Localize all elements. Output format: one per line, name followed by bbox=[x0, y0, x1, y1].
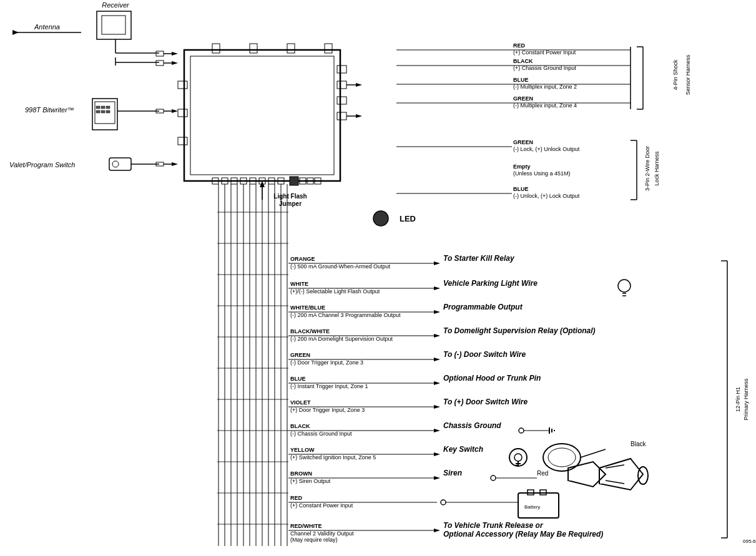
battery-label: Battery bbox=[524, 504, 540, 510]
lock-empty-color: Empty bbox=[513, 163, 531, 170]
light-flash-jumper-label2: Jumper bbox=[279, 200, 302, 207]
rw-wire-target: To Vehicle Trunk Release or bbox=[443, 521, 544, 530]
yellow-wire-target: Key Switch bbox=[443, 445, 483, 454]
shock-blue-color: BLUE bbox=[513, 77, 529, 83]
white-wire-desc: (+)/(-) Selectable Light Flash Output bbox=[290, 288, 380, 295]
blue-trigger-wire-desc: (-) Instant Trigger Input, Zone 1 bbox=[290, 383, 368, 389]
orange-wire-desc: (-) 500 mA Ground-When-Armed Output bbox=[290, 263, 391, 270]
red-power-wire-color: RED bbox=[290, 495, 303, 501]
svg-rect-21 bbox=[101, 110, 105, 113]
svg-rect-18 bbox=[101, 106, 105, 109]
svg-rect-19 bbox=[106, 106, 110, 109]
shock-harness-label: 4-Pin Shock bbox=[672, 59, 679, 90]
white-blue-wire-desc: (-) 200 mA Channel 3 Programmable Output bbox=[290, 312, 401, 318]
black-label: Black bbox=[631, 441, 646, 447]
green-door-wire-target: To (-) Door Switch Wire bbox=[443, 350, 526, 359]
rw-wire-color: RED/WHITE bbox=[290, 523, 322, 529]
rw-wire-desc: Channel 2 Validity Output bbox=[290, 530, 354, 537]
yellow-wire-desc: (+) Switched Ignition Input, Zone 5 bbox=[290, 454, 376, 461]
violet-wire-desc: (+) Door Trigger Input, Zone 3 bbox=[290, 407, 365, 413]
green-door-wire-color: GREEN bbox=[290, 352, 310, 358]
bw-wire-desc: (-) 200 mA Domelight Supervision Output bbox=[290, 336, 393, 342]
orange-wire-target: To Starter Kill Relay bbox=[443, 254, 515, 263]
svg-point-81 bbox=[373, 211, 388, 226]
shock-red-color: RED bbox=[513, 42, 526, 49]
led-label: LED bbox=[400, 214, 416, 223]
white-blue-wire-target: Programmable Output bbox=[443, 303, 523, 311]
shock-green-color: GREEN bbox=[513, 95, 533, 102]
rw-wire-target2: Optional Accessory (Relay May Be Require… bbox=[443, 530, 603, 539]
orange-wire-color: ORANGE bbox=[290, 256, 315, 262]
brown-wire-target: Siren bbox=[443, 469, 462, 477]
shock-black-color: BLACK bbox=[513, 58, 533, 64]
light-flash-jumper-label: Light Flash bbox=[273, 193, 307, 200]
bitwriter-label: 998T Bitwriter™ bbox=[25, 106, 74, 114]
white-blue-wire-color: WHITE/BLUE bbox=[290, 305, 325, 311]
part-number: 095-602 bbox=[743, 539, 756, 544]
lock-empty-desc: (Unless Using a 451M) bbox=[513, 170, 571, 177]
wiring-diagram: Receiver Antenna 998T Bitwriter bbox=[0, 0, 756, 556]
black-ground-wire-desc: (-) Chassis Ground Input bbox=[290, 431, 352, 437]
primary-harness-label2: Primary Harness bbox=[743, 378, 749, 421]
primary-harness-label: 12-Pin H1 bbox=[735, 387, 741, 412]
svg-rect-17 bbox=[96, 106, 100, 109]
white-wire-target: Vehicle Parking Light Wire bbox=[443, 279, 538, 288]
svg-rect-20 bbox=[96, 110, 100, 113]
door-lock-harness-label: 3-Pin 2-Wire Door bbox=[644, 146, 650, 191]
yellow-wire-color: YELLOW bbox=[290, 447, 315, 453]
shock-harness-label2: Sensor Harness bbox=[685, 54, 691, 95]
rw-wire-desc2: (May require relay) bbox=[290, 537, 338, 543]
black-ground-wire-target: Chassis Ground bbox=[443, 421, 501, 430]
brown-wire-desc: (+) Siren Output bbox=[290, 478, 331, 484]
svg-rect-54 bbox=[290, 177, 298, 185]
red-wire-inline: Red bbox=[537, 470, 548, 477]
valet-switch-label: Valet/Program Switch bbox=[9, 161, 75, 168]
green-door-wire-desc: (-) Door Trigger Input, Zone 3 bbox=[290, 359, 363, 366]
receiver-label: Receiver bbox=[102, 1, 130, 9]
antenna-label: Antenna bbox=[34, 23, 60, 31]
red-power-wire-desc: (+) Constant Power Input bbox=[290, 502, 353, 509]
lock-blue-color: BLUE bbox=[513, 186, 529, 192]
bw-wire-color: BLACK/WHITE bbox=[290, 328, 330, 334]
bw-wire-target: To Domelight Supervision Relay (Optional… bbox=[443, 326, 596, 335]
lock-green-desc: (-) Lock, (+) Unlock Output bbox=[513, 146, 580, 152]
blue-trigger-wire-target: Optional Hood or Trunk Pin bbox=[443, 374, 541, 383]
blue-trigger-wire-color: BLUE bbox=[290, 376, 306, 382]
white-wire-color: WHITE bbox=[290, 281, 308, 287]
brown-wire-color: BROWN bbox=[290, 471, 312, 477]
violet-wire-target: To (+) Door Switch Wire bbox=[443, 397, 528, 406]
door-lock-harness-label2: Lock Harness bbox=[654, 151, 660, 186]
violet-wire-color: VIOLET bbox=[290, 399, 311, 406]
lock-blue-desc: (-) Unlock, (+) Lock Output bbox=[513, 193, 580, 199]
lock-green-color: GREEN bbox=[513, 139, 533, 145]
black-ground-wire-color: BLACK bbox=[290, 423, 310, 429]
svg-rect-22 bbox=[106, 110, 110, 113]
